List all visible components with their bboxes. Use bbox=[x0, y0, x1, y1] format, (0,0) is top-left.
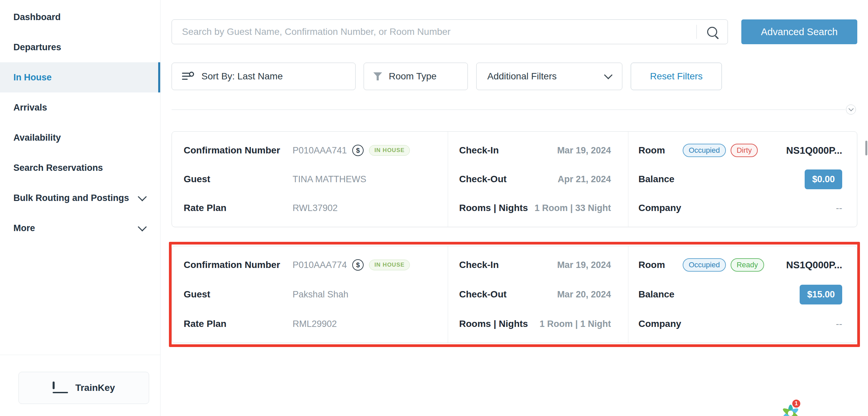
card-guest-column: Confirmation Number P010AAA741 $ IN HOUS… bbox=[172, 132, 448, 227]
sidebar-item-label: In House bbox=[13, 72, 52, 83]
room-type-dropdown[interactable]: Room Type bbox=[364, 63, 468, 90]
chevron-down-icon bbox=[138, 192, 147, 201]
card-room-column: Room Occupied Ready NS1Q000P... Balance … bbox=[628, 246, 857, 343]
sidebar-item-departures[interactable]: Departures bbox=[0, 32, 160, 62]
additional-filters-label: Additional Filters bbox=[487, 71, 557, 82]
check-out-row: Check-Out Apr 21, 2024 bbox=[459, 170, 611, 189]
sidebar-nav: Dashboard Departures In House Arrivals A… bbox=[0, 0, 160, 243]
rate-plan-value: RWL37902 bbox=[292, 203, 338, 213]
in-house-badge: IN HOUSE bbox=[369, 145, 410, 156]
card-room-column: Room Occupied Dirty NS1Q000P... Balance … bbox=[628, 132, 857, 227]
sidebar-item-label: Departures bbox=[13, 42, 61, 53]
company-row: Company -- bbox=[639, 199, 842, 217]
guest-label: Guest bbox=[184, 289, 292, 300]
company-value: -- bbox=[836, 203, 842, 213]
check-in-label: Check-In bbox=[459, 145, 499, 156]
confirmation-number-row: Confirmation Number P010AAA774 $ IN HOUS… bbox=[184, 256, 441, 274]
confirmation-number-value: P010AAA774 bbox=[292, 260, 347, 270]
guest-name: Pakshal Shah bbox=[292, 289, 348, 300]
balance-row: Balance $0.00 bbox=[639, 169, 842, 189]
folio-dollar-icon[interactable]: $ bbox=[352, 259, 364, 270]
company-label: Company bbox=[639, 319, 683, 329]
card-dates-column: Check-In Mar 19, 2024 Check-Out Apr 21, … bbox=[448, 132, 628, 227]
rooms-nights-label: Rooms | Nights bbox=[459, 203, 528, 213]
confirmation-number-label: Confirmation Number bbox=[184, 260, 292, 270]
rate-plan-row: Rate Plan RML29902 bbox=[184, 315, 441, 333]
rate-plan-label: Rate Plan bbox=[184, 319, 292, 329]
balance-label: Balance bbox=[639, 174, 683, 185]
search-bar bbox=[172, 20, 728, 44]
guest-name: TINA MATTHEWS bbox=[292, 174, 366, 185]
chevron-down-icon bbox=[138, 222, 147, 231]
in-house-badge: IN HOUSE bbox=[369, 260, 410, 270]
card-guest-column: Confirmation Number P010AAA774 $ IN HOUS… bbox=[172, 246, 448, 343]
sidebar-item-availability[interactable]: Availability bbox=[0, 123, 160, 153]
additional-filters-dropdown[interactable]: Additional Filters bbox=[476, 63, 622, 90]
rate-plan-label: Rate Plan bbox=[184, 203, 292, 213]
reservation-card[interactable]: Confirmation Number P010AAA741 $ IN HOUS… bbox=[172, 131, 857, 227]
rate-plan-row: Rate Plan RWL37902 bbox=[184, 199, 441, 217]
rooms-nights-value: 1 Room | 33 Night bbox=[534, 203, 611, 213]
confirmation-number-value: P010AAA741 bbox=[292, 146, 347, 156]
balance-button[interactable]: $0.00 bbox=[805, 169, 842, 189]
rooms-nights-row: Rooms | Nights 1 Room | 33 Night bbox=[459, 199, 611, 217]
rooms-nights-label: Rooms | Nights bbox=[459, 319, 528, 329]
check-out-date: Mar 20, 2024 bbox=[557, 289, 611, 300]
sidebar-item-label: Arrivals bbox=[13, 102, 47, 113]
confirmation-number-row: Confirmation Number P010AAA741 $ IN HOUS… bbox=[184, 141, 441, 160]
room-number: NS1Q000P... bbox=[786, 145, 842, 156]
balance-label: Balance bbox=[639, 289, 683, 300]
room-label: Room bbox=[639, 145, 683, 156]
chevron-down-icon bbox=[604, 71, 612, 79]
sort-icon bbox=[182, 72, 194, 81]
occupancy-status-pill: Occupied bbox=[683, 258, 726, 271]
scrollbar-thumb[interactable] bbox=[865, 141, 867, 155]
reset-filters-button[interactable]: Reset Filters bbox=[631, 63, 722, 90]
trainkey-button[interactable]: TrainKey bbox=[19, 372, 149, 404]
guest-label: Guest bbox=[184, 174, 292, 185]
check-in-row: Check-In Mar 19, 2024 bbox=[459, 256, 611, 274]
check-out-row: Check-Out Mar 20, 2024 bbox=[459, 285, 611, 304]
sidebar-item-search-reservations[interactable]: Search Reservations bbox=[0, 153, 160, 183]
room-row: Room Occupied Ready NS1Q000P... bbox=[639, 256, 842, 274]
sidebar: Dashboard Departures In House Arrivals A… bbox=[0, 0, 160, 416]
balance-row: Balance $15.00 bbox=[639, 285, 842, 305]
laptop-icon bbox=[53, 383, 68, 393]
check-in-date: Mar 19, 2024 bbox=[557, 146, 611, 156]
app-window: Dashboard Departures In House Arrivals A… bbox=[0, 0, 868, 416]
guest-row: Guest TINA MATTHEWS bbox=[184, 170, 441, 189]
sidebar-item-label: Availability bbox=[13, 133, 61, 143]
trainkey-label: TrainKey bbox=[75, 383, 115, 393]
sidebar-item-label: More bbox=[13, 223, 35, 233]
company-label: Company bbox=[639, 203, 683, 213]
sidebar-item-dashboard[interactable]: Dashboard bbox=[0, 2, 160, 32]
sidebar-item-bulk-routing[interactable]: Bulk Routing and Postings bbox=[0, 183, 160, 213]
room-type-label: Room Type bbox=[389, 71, 437, 82]
search-input[interactable] bbox=[172, 27, 696, 37]
sidebar-item-in-house[interactable]: In House bbox=[0, 62, 160, 92]
check-in-row: Check-In Mar 19, 2024 bbox=[459, 141, 611, 160]
card-dates-column: Check-In Mar 19, 2024 Check-Out Mar 20, … bbox=[448, 246, 628, 343]
sidebar-item-label: Dashboard bbox=[13, 12, 61, 23]
housekeeping-status-pill: Ready bbox=[731, 258, 764, 271]
advanced-search-button[interactable]: Advanced Search bbox=[741, 20, 857, 44]
company-value: -- bbox=[836, 319, 842, 329]
occupancy-status-pill: Occupied bbox=[683, 144, 726, 157]
search-icon[interactable] bbox=[697, 20, 727, 44]
balance-button[interactable]: $15.00 bbox=[800, 285, 842, 305]
sidebar-divider bbox=[0, 355, 160, 355]
notification-badge: 1 bbox=[792, 399, 801, 408]
sort-by-dropdown[interactable]: Sort By: Last Name bbox=[172, 63, 355, 90]
collapse-results-icon[interactable] bbox=[846, 104, 856, 115]
check-out-label: Check-Out bbox=[459, 174, 507, 185]
check-out-label: Check-Out bbox=[459, 289, 507, 300]
check-in-date: Mar 19, 2024 bbox=[557, 260, 611, 270]
sidebar-item-arrivals[interactable]: Arrivals bbox=[0, 92, 160, 123]
reservation-card[interactable]: Confirmation Number P010AAA774 $ IN HOUS… bbox=[172, 246, 857, 343]
rate-plan-value: RML29902 bbox=[292, 319, 337, 329]
rooms-nights-row: Rooms | Nights 1 Room | 1 Night bbox=[459, 315, 611, 333]
results-divider bbox=[172, 109, 845, 110]
sidebar-item-more[interactable]: More bbox=[0, 213, 160, 243]
sidebar-item-label: Bulk Routing and Postings bbox=[13, 193, 129, 203]
folio-dollar-icon[interactable]: $ bbox=[352, 145, 364, 156]
